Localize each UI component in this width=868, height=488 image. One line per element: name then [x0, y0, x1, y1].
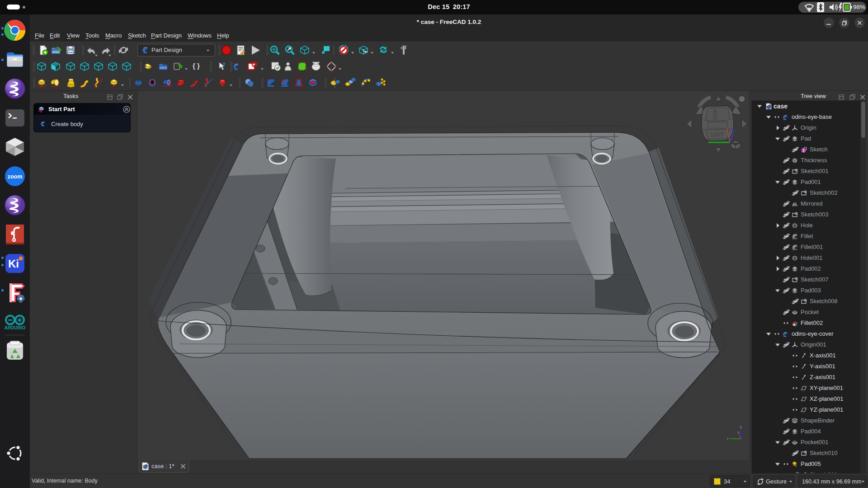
svg-text:Y: Y: [726, 437, 729, 441]
svg-text:ARDUINO: ARDUINO: [5, 325, 26, 330]
svg-text:Ki: Ki: [8, 258, 19, 270]
svg-text:TOP: TOP: [712, 108, 719, 121]
svg-text:LEFT: LEFT: [711, 132, 724, 137]
svg-text:X: X: [737, 431, 740, 435]
svg-text:Z: Z: [740, 425, 742, 429]
svg-text:zoom: zoom: [8, 174, 23, 180]
svg-text:?: ?: [222, 62, 226, 67]
